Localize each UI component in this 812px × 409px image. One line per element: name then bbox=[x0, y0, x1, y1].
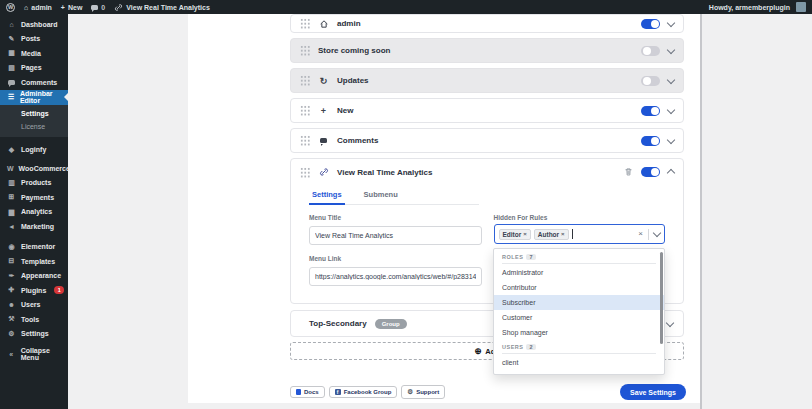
docs-button[interactable]: Docs bbox=[290, 386, 325, 399]
chevron-down-icon[interactable] bbox=[667, 18, 675, 26]
trash-icon[interactable] bbox=[624, 167, 633, 177]
panel-scrollbar-track[interactable] bbox=[700, 14, 702, 409]
drag-handle-icon[interactable] bbox=[300, 135, 310, 146]
users-count-badge: 2 bbox=[526, 344, 535, 350]
sidebar-item-label: Adminbar Editor bbox=[20, 90, 68, 104]
dropdown-option-administrator[interactable]: Administrator bbox=[494, 265, 664, 280]
sidebar-item-pages[interactable]: ▤ Pages bbox=[0, 61, 68, 76]
clear-selection-icon[interactable]: × bbox=[638, 230, 643, 238]
chevron-down-icon[interactable] bbox=[667, 45, 675, 53]
sidebar-item-label: Collapse Menu bbox=[21, 347, 68, 361]
drag-handle-icon[interactable] bbox=[300, 75, 310, 86]
menu-title-input[interactable] bbox=[309, 226, 482, 245]
dropdown-option-contributor[interactable]: Contributor bbox=[494, 280, 664, 295]
wordpress-logo-icon[interactable]: W bbox=[6, 3, 15, 12]
sidebar-item-media[interactable]: ▦ Media bbox=[0, 46, 68, 61]
sidebar-item-elementor[interactable]: ◉ Elementor bbox=[0, 240, 68, 255]
panel-footer: Docs f Facebook Group ⚙ Support Save Set… bbox=[290, 383, 686, 401]
dropdown-option-shop-manager[interactable]: Shop manager bbox=[494, 325, 664, 340]
dropdown-group-users: USERS 2 bbox=[494, 342, 664, 351]
sidebar-item-users[interactable]: ☻ Users bbox=[0, 298, 68, 313]
facebook-icon: f bbox=[335, 389, 341, 395]
sidebar-item-analytics[interactable]: ▆ Analytics bbox=[0, 205, 68, 220]
avatar bbox=[796, 2, 806, 12]
enable-toggle[interactable] bbox=[641, 19, 660, 29]
chevron-up-icon[interactable] bbox=[667, 169, 675, 177]
plus-icon: + bbox=[61, 4, 65, 11]
sidebar-subitem-license[interactable]: License bbox=[0, 120, 68, 133]
sidebar-item-woocommerce[interactable]: W WooCommerce bbox=[0, 161, 68, 176]
dropdown-option-subscriber[interactable]: Subscriber bbox=[494, 295, 664, 310]
drag-handle-icon[interactable] bbox=[300, 45, 310, 56]
sidebar-subitem-settings[interactable]: Settings bbox=[0, 108, 68, 121]
enable-toggle[interactable] bbox=[641, 46, 660, 56]
sidebar-item-adminbar-editor[interactable]: ☰ Adminbar Editor bbox=[0, 90, 68, 105]
roles-count-badge: 7 bbox=[526, 254, 535, 260]
link-icon bbox=[318, 167, 329, 177]
adminbar-new-button[interactable]: + New bbox=[61, 4, 83, 11]
dropdown-scrollbar[interactable] bbox=[660, 252, 663, 344]
sidebar-item-plugins[interactable]: ✚ Plugins 1 bbox=[0, 283, 68, 298]
chevron-down-icon[interactable] bbox=[653, 228, 661, 236]
sidebar-item-label: Pages bbox=[21, 64, 42, 71]
support-button[interactable]: ⚙ Support bbox=[401, 385, 445, 399]
sidebar-item-templates[interactable]: ⊟ Templates bbox=[0, 254, 68, 269]
templates-icon: ⊟ bbox=[7, 257, 16, 265]
collapse-icon: « bbox=[7, 351, 16, 358]
refresh-icon: ↻ bbox=[318, 76, 329, 86]
enable-toggle[interactable] bbox=[641, 76, 660, 86]
sidebar-item-label: Payments bbox=[21, 194, 54, 201]
chevron-down-icon[interactable] bbox=[667, 105, 675, 113]
sidebar-item-collapse-menu[interactable]: « Collapse Menu bbox=[0, 347, 68, 362]
sidebar-item-label: WooCommerce bbox=[19, 165, 70, 172]
sidebar-item-label: Elementor bbox=[21, 243, 55, 250]
menu-link-label: Menu Link bbox=[309, 255, 482, 262]
menu-row-label: Comments bbox=[337, 136, 378, 145]
adminbar-account[interactable]: Howdy, armemberplugin bbox=[709, 2, 806, 12]
chevron-down-icon[interactable] bbox=[667, 135, 675, 143]
sidebar-item-loginfy[interactable]: ◆ Loginfy bbox=[0, 143, 68, 158]
sidebar-item-tools[interactable]: ⚒ Tools bbox=[0, 312, 68, 327]
enable-toggle[interactable] bbox=[641, 167, 660, 177]
sidebar-item-label: Comments bbox=[21, 79, 57, 86]
enable-toggle[interactable] bbox=[641, 136, 660, 146]
sidebar-submenu: Settings License bbox=[0, 105, 68, 137]
chip-remove-icon[interactable]: × bbox=[561, 231, 565, 237]
drag-handle-icon[interactable] bbox=[300, 167, 310, 178]
drag-handle-icon[interactable] bbox=[300, 105, 310, 116]
dropdown-option-customer[interactable]: Customer bbox=[494, 310, 664, 325]
menu-row-label: Updates bbox=[337, 76, 369, 85]
comments-icon bbox=[7, 80, 16, 85]
dropdown-option-client[interactable]: client bbox=[494, 355, 664, 370]
enable-toggle[interactable] bbox=[641, 106, 660, 116]
sidebar-item-settings[interactable]: ⚙ Settings bbox=[0, 327, 68, 342]
chevron-down-icon[interactable] bbox=[666, 318, 674, 326]
sidebar-item-products[interactable]: ▥ Products bbox=[0, 176, 68, 191]
adminbar-comments-button[interactable]: 0 bbox=[91, 4, 105, 11]
sidebar-item-marketing[interactable]: ◄ Marketing bbox=[0, 219, 68, 234]
sidebar-item-payments[interactable]: ⊞ Payments bbox=[0, 190, 68, 205]
sidebar-item-comments[interactable]: Comments bbox=[0, 75, 68, 90]
adminbar-page-link[interactable]: View Real Time Analytics bbox=[114, 3, 210, 12]
sidebar-item-posts[interactable]: ✎ Posts bbox=[0, 32, 68, 47]
drag-handle-icon[interactable] bbox=[300, 18, 310, 29]
elementor-icon: ◉ bbox=[7, 243, 16, 251]
sidebar-item-appearance[interactable]: ✒ Appearance bbox=[0, 269, 68, 284]
chip-remove-icon[interactable]: × bbox=[523, 231, 527, 237]
tab-settings[interactable]: Settings bbox=[309, 187, 345, 205]
facebook-group-button[interactable]: f Facebook Group bbox=[329, 386, 398, 398]
menu-row-label: New bbox=[337, 106, 353, 115]
sidebar-item-dashboard[interactable]: ⌂ Dashboard bbox=[0, 17, 68, 32]
divider bbox=[502, 353, 656, 354]
menu-link-input[interactable] bbox=[309, 267, 482, 286]
save-settings-button[interactable]: Save Settings bbox=[620, 384, 686, 400]
adminbar-site-name[interactable]: ⌂ admin bbox=[24, 4, 52, 11]
hidden-for-rules-multiselect[interactable]: Editor × Author × × bbox=[494, 224, 666, 244]
posts-icon: ✎ bbox=[7, 35, 16, 43]
circle-plus-icon: ⊕ bbox=[474, 347, 481, 356]
hidden-for-rules-dropdown: ROLES 7 Administrator Contributor Subscr… bbox=[493, 248, 665, 375]
analytics-icon: ▆ bbox=[7, 208, 16, 216]
text-cursor bbox=[572, 229, 573, 239]
chevron-down-icon[interactable] bbox=[667, 75, 675, 83]
tab-submenu[interactable]: Submenu bbox=[361, 187, 401, 204]
